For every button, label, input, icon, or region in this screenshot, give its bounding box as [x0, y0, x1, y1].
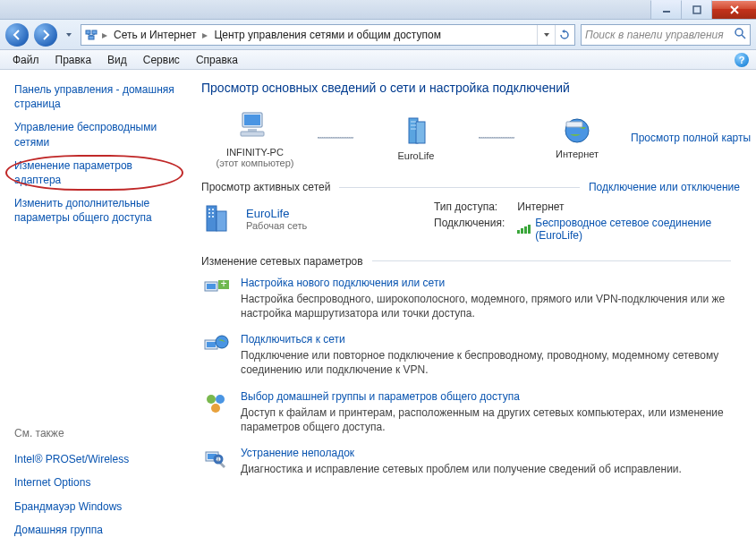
- maximize-button[interactable]: [681, 0, 711, 19]
- search-input[interactable]: Поиск в панели управления: [581, 24, 751, 46]
- help-icon[interactable]: ?: [735, 53, 749, 67]
- svg-rect-28: [208, 216, 210, 218]
- main-panel: Просмотр основных сведений о сети и наст…: [183, 70, 756, 546]
- node-label: INFINITY-PC: [226, 147, 284, 158]
- signal-bars-icon: [517, 225, 531, 234]
- network-map: INFINITY-PC (этот компьютер) EuroLife: [201, 107, 740, 168]
- see-also-internet-options[interactable]: Internet Options: [14, 475, 174, 490]
- map-connector: [479, 137, 514, 139]
- map-node-pc[interactable]: INFINITY-PC (этот компьютер): [201, 107, 309, 168]
- history-dropdown[interactable]: [63, 31, 75, 38]
- connect-network-icon: [201, 333, 230, 362]
- task-title[interactable]: Выбор домашней группы и параметров общег…: [241, 390, 740, 403]
- menu-edit[interactable]: Правка: [48, 52, 99, 68]
- connection-link[interactable]: Беспроводное сетевое соединение (EuroLif…: [517, 217, 740, 243]
- map-node-internet[interactable]: Интернет: [523, 116, 631, 159]
- map-node-network[interactable]: EuroLife: [362, 115, 470, 161]
- task-title[interactable]: Устранение неполадок: [241, 447, 682, 459]
- content-area: Панель управления - домашняя страница Уп…: [0, 70, 756, 546]
- svg-rect-24: [208, 209, 210, 210]
- svg-point-37: [207, 395, 216, 404]
- active-network-row: EuroLife Рабочая сеть Тип доступа: Интер…: [201, 200, 740, 243]
- task-desc: Диагностика и исправление сетевых пробле…: [241, 462, 682, 476]
- svg-rect-26: [208, 212, 210, 214]
- computer-icon: [237, 107, 273, 143]
- menu-service[interactable]: Сервис: [136, 52, 187, 68]
- work-network-icon: [201, 200, 237, 236]
- task-troubleshoot: Устранение неполадок Диагностика и испра…: [201, 447, 740, 476]
- node-label: Интернет: [556, 149, 599, 159]
- svg-rect-23: [217, 211, 226, 231]
- access-type-label: Тип доступа:: [434, 200, 505, 213]
- back-button[interactable]: [5, 23, 29, 47]
- network-kind-link[interactable]: Рабочая сеть: [246, 220, 307, 231]
- menu-file[interactable]: Файл: [5, 52, 47, 68]
- task-homegroup: Выбор домашней группы и параметров общег…: [201, 390, 740, 434]
- window-titlebar: [0, 0, 756, 20]
- svg-rect-6: [89, 36, 94, 39]
- page-title: Просмотр основных сведений о сети и наст…: [201, 81, 740, 95]
- breadcrumb-segment[interactable]: Сеть и Интернет: [110, 25, 200, 45]
- task-title[interactable]: Настройка нового подключения или сети: [241, 277, 740, 289]
- see-also-heading: См. также: [14, 427, 174, 439]
- svg-rect-35: [207, 342, 216, 347]
- homegroup-icon: [201, 390, 230, 419]
- task-list: + Настройка нового подключения или сети …: [201, 277, 740, 476]
- search-placeholder: Поиск в панели управления: [585, 29, 724, 41]
- new-connection-icon: +: [201, 277, 230, 305]
- svg-rect-14: [241, 132, 264, 136]
- section-change-settings: Изменение сетевых параметров: [201, 255, 740, 268]
- breadcrumb[interactable]: ▸ Сеть и Интернет ▸ Центр управления сет…: [81, 24, 575, 46]
- svg-rect-29: [212, 216, 214, 218]
- network-name-link[interactable]: EuroLife: [246, 207, 307, 220]
- address-bar: ▸ Сеть и Интернет ▸ Центр управления сет…: [0, 20, 756, 50]
- chevron-right-icon: ▸: [101, 29, 108, 41]
- network-category-icon: [83, 27, 99, 43]
- node-sublabel: (этот компьютер): [216, 158, 293, 168]
- task-desc: Подключение или повторное подключение к …: [241, 348, 740, 377]
- section-active-networks: Просмотр активных сетей Подключение или …: [201, 181, 740, 193]
- menu-view[interactable]: Вид: [100, 52, 134, 68]
- svg-rect-21: [566, 122, 582, 127]
- search-icon: [734, 27, 746, 42]
- close-button[interactable]: [711, 0, 756, 19]
- sidebar-item-sharing[interactable]: Изменить дополнительные параметры общего…: [14, 196, 174, 225]
- forward-button[interactable]: [34, 23, 57, 47]
- breadcrumb-segment[interactable]: Центр управления сетями и общим доступом: [210, 25, 445, 45]
- connection-name: Беспроводное сетевое соединение (EuroLif…: [535, 217, 740, 243]
- sidebar: Панель управления - домашняя страница Уп…: [0, 70, 183, 546]
- svg-rect-22: [207, 206, 217, 231]
- section-label: Просмотр активных сетей: [201, 181, 330, 193]
- globe-icon: [563, 116, 591, 145]
- server-icon: [400, 115, 432, 147]
- task-new-connection: + Настройка нового подключения или сети …: [201, 277, 740, 320]
- svg-rect-5: [92, 30, 97, 34]
- sidebar-item-wireless[interactable]: Управление беспроводными сетями: [14, 120, 174, 149]
- connect-disconnect-link[interactable]: Подключение или отключение: [589, 181, 740, 193]
- refresh-button[interactable]: [555, 25, 573, 45]
- see-also-homegroup[interactable]: Домашняя группа: [14, 523, 174, 537]
- sidebar-item-home[interactable]: Панель управления - домашняя страница: [14, 82, 174, 111]
- sidebar-item-adapter-settings[interactable]: Изменение параметров адаптера: [14, 158, 174, 187]
- menu-help[interactable]: Справка: [189, 52, 245, 68]
- svg-point-36: [216, 336, 228, 348]
- map-connector: [318, 137, 353, 139]
- troubleshoot-icon: [201, 447, 230, 475]
- node-label: EuroLife: [398, 150, 435, 161]
- svg-point-38: [216, 395, 225, 404]
- svg-rect-4: [86, 30, 90, 34]
- full-map-link[interactable]: Просмотр полной карты: [631, 132, 751, 144]
- svg-point-39: [211, 404, 220, 413]
- task-connect-network: Подключиться к сети Подключение или повт…: [201, 333, 740, 377]
- section-label: Изменение сетевых параметров: [201, 255, 363, 268]
- see-also-firewall[interactable]: Брандмауэр Windows: [14, 499, 174, 514]
- svg-point-9: [735, 29, 743, 36]
- address-dropdown[interactable]: [537, 25, 555, 45]
- svg-rect-25: [212, 209, 214, 210]
- task-title[interactable]: Подключиться к сети: [241, 333, 740, 346]
- minimize-button[interactable]: [650, 0, 681, 19]
- svg-rect-12: [244, 115, 260, 125]
- see-also-proset[interactable]: Intel® PROSet/Wireless: [14, 452, 174, 466]
- svg-rect-1: [693, 6, 701, 13]
- menu-bar: Файл Правка Вид Сервис Справка ?: [0, 50, 756, 70]
